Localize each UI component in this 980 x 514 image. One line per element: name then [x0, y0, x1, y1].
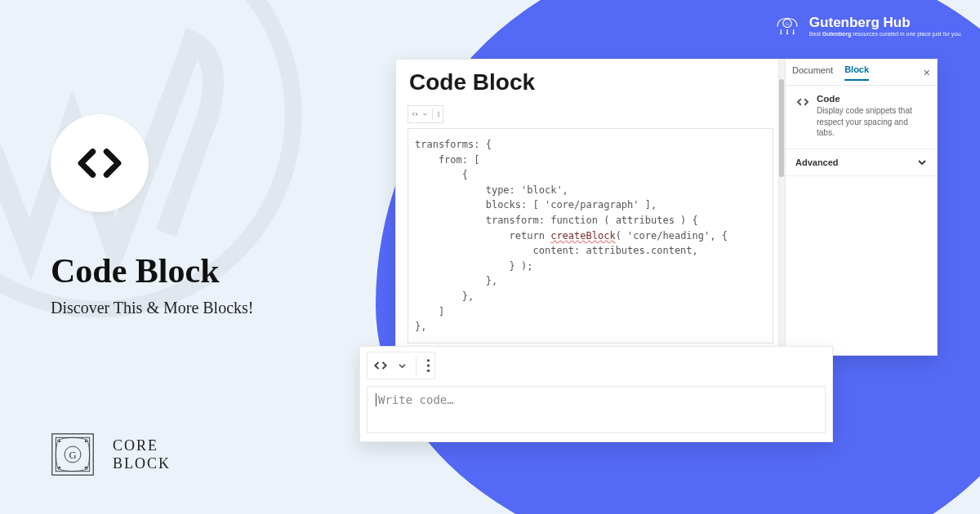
svg-point-15 — [58, 467, 60, 469]
svg-point-14 — [85, 440, 87, 442]
svg-point-20 — [426, 359, 429, 361]
core-block-badge: G CORE BLOCK — [51, 432, 171, 476]
gutenberg-stamp-icon: G — [51, 432, 95, 476]
more-icon[interactable] — [438, 109, 439, 119]
svg-point-17 — [438, 112, 439, 113]
sidebar-block-name: Code — [817, 94, 927, 104]
code-icon — [795, 95, 810, 109]
footer-label-2: BLOCK — [113, 454, 171, 473]
footer-label-1: CORE — [113, 436, 171, 455]
chevron-down-icon — [423, 111, 427, 117]
close-icon[interactable]: × — [924, 66, 930, 79]
block-description: Code Display code snippets that respect … — [786, 86, 937, 149]
code-icon — [372, 357, 389, 374]
svg-point-6 — [780, 33, 782, 34]
placeholder-text: Write code… — [378, 393, 454, 406]
scrollbar-track[interactable] — [778, 60, 785, 355]
svg-point-8 — [792, 33, 794, 34]
scrollbar-thumb[interactable] — [779, 79, 784, 177]
more-icon[interactable] — [426, 358, 430, 373]
chevron-down-icon — [399, 362, 406, 370]
block-toolbar[interactable] — [408, 105, 443, 123]
svg-point-19 — [438, 116, 439, 117]
tab-block[interactable]: Block — [844, 64, 869, 81]
code-input[interactable]: Write code… — [367, 386, 826, 433]
gutenberg-hub-icon: G — [773, 11, 801, 39]
svg-point-16 — [85, 467, 87, 469]
svg-text:G: G — [69, 450, 76, 461]
svg-point-21 — [426, 364, 429, 366]
text-caret — [376, 393, 376, 406]
brand-logo: G Gutenberg Hub Best Gutenberg resources… — [773, 11, 962, 39]
accordion-advanced[interactable]: Advanced — [786, 149, 937, 176]
svg-point-7 — [786, 33, 788, 34]
svg-text:G: G — [786, 21, 790, 26]
block-icon-badge — [51, 114, 149, 212]
code-content[interactable]: transforms: { from: [ { type: 'block', b… — [408, 128, 773, 343]
svg-point-22 — [426, 370, 429, 372]
brand-name: Gutenberg Hub — [809, 15, 962, 31]
code-icon — [72, 135, 127, 191]
page-title: Code Block — [51, 251, 254, 290]
sidebar-block-desc: Display code snippets that respect your … — [817, 105, 927, 139]
code-icon — [412, 109, 418, 120]
editor-panel: Code Block transforms: { from: [ { type:… — [395, 59, 938, 356]
block-toolbar[interactable] — [367, 352, 435, 379]
svg-point-13 — [58, 440, 60, 442]
svg-point-18 — [438, 113, 439, 114]
empty-code-block: Write code… — [359, 346, 833, 442]
editor-heading: Code Block — [409, 69, 773, 95]
page-subtitle: Discover This & More Blocks! — [51, 299, 254, 317]
brand-tagline: Best Gutenberg resources curated in one … — [809, 31, 962, 37]
tab-document[interactable]: Document — [792, 65, 833, 80]
chevron-down-icon — [917, 157, 927, 167]
